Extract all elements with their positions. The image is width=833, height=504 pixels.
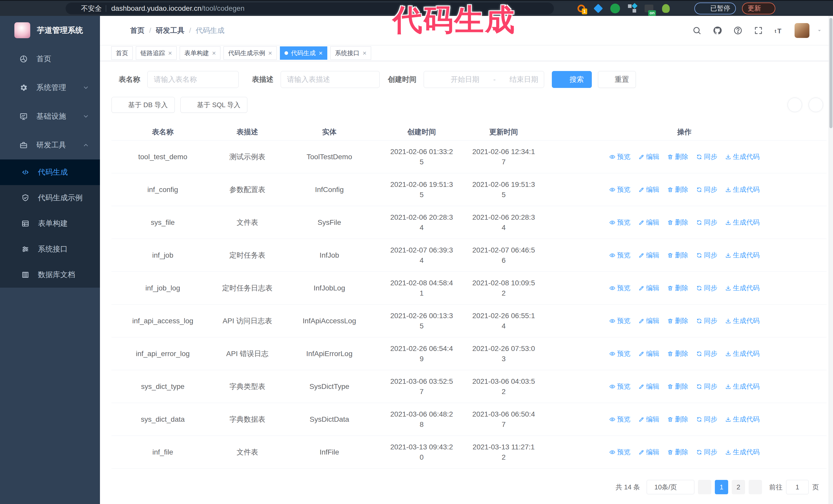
action-preview[interactable]: 预览 <box>609 185 630 194</box>
action-edit[interactable]: 编辑 <box>638 349 660 358</box>
action-sync[interactable]: 同步 <box>696 152 717 161</box>
close-icon[interactable]: × <box>168 50 172 56</box>
sidebar-subitem-form-build[interactable]: 表单构建 <box>0 211 100 236</box>
goto-page-input[interactable] <box>786 480 809 494</box>
action-delete[interactable]: 删除 <box>667 284 688 292</box>
tab-item-5[interactable]: 系统接口× <box>330 46 371 60</box>
close-icon[interactable]: × <box>363 50 366 56</box>
sidebar-item-home[interactable]: 首页 <box>0 45 100 73</box>
page-size-select[interactable]: 10条/页 <box>647 480 694 494</box>
action-delete[interactable]: 删除 <box>667 382 688 391</box>
action-sync[interactable]: 同步 <box>696 448 717 457</box>
browser-update-chip[interactable]: 更新 <box>742 3 775 14</box>
import-db-button[interactable]: 基于 DB 导入 <box>112 97 175 113</box>
action-generate-code[interactable]: 生成代码 <box>725 382 760 391</box>
action-generate-code[interactable]: 生成代码 <box>725 284 760 292</box>
next-page-button[interactable] <box>749 480 762 494</box>
action-preview[interactable]: 预览 <box>609 152 630 161</box>
table-name-input-field[interactable] <box>153 75 233 84</box>
hamburger-icon[interactable] <box>109 25 120 36</box>
browser-back-button[interactable] <box>4 3 15 14</box>
github-button[interactable] <box>713 26 722 35</box>
browser-home-button[interactable] <box>47 3 58 14</box>
action-preview[interactable]: 预览 <box>609 251 630 260</box>
action-edit[interactable]: 编辑 <box>638 448 660 457</box>
action-edit[interactable]: 编辑 <box>638 316 660 325</box>
prev-page-button[interactable] <box>698 480 711 494</box>
sidebar-subitem-system-api[interactable]: 系统接口 <box>0 236 100 262</box>
close-icon[interactable]: × <box>268 50 272 56</box>
extension-icon-diamond[interactable] <box>593 3 603 14</box>
browser-forward-button[interactable] <box>19 3 30 14</box>
bookmark-star-icon[interactable] <box>561 4 570 13</box>
tab-item-4[interactable]: 代码生成× <box>280 46 327 60</box>
tab-item-1[interactable]: 链路追踪× <box>136 46 176 60</box>
extension-icon-grid[interactable] <box>627 3 638 14</box>
action-delete[interactable]: 删除 <box>667 316 688 325</box>
action-edit[interactable]: 编辑 <box>638 185 660 194</box>
action-sync[interactable]: 同步 <box>696 185 717 194</box>
action-generate-code[interactable]: 生成代码 <box>725 415 760 424</box>
sidebar-subitem-codegen[interactable]: 代码生成 <box>0 160 100 185</box>
page-button-2[interactable]: 2 <box>732 480 745 494</box>
action-preview[interactable]: 预览 <box>609 284 630 292</box>
tab-item-2[interactable]: 表单构建× <box>180 46 220 60</box>
page-button-1[interactable]: 1 <box>715 480 728 494</box>
toggle-search-button[interactable] <box>788 98 802 112</box>
action-preview[interactable]: 预览 <box>609 382 630 391</box>
action-sync[interactable]: 同步 <box>696 284 717 292</box>
browser-reload-button[interactable] <box>33 3 44 14</box>
action-delete[interactable]: 删除 <box>667 185 688 194</box>
fullscreen-button[interactable] <box>754 26 763 35</box>
action-sync[interactable]: 同步 <box>696 415 717 424</box>
action-edit[interactable]: 编辑 <box>638 415 660 424</box>
action-preview[interactable]: 预览 <box>609 415 630 424</box>
action-generate-code[interactable]: 生成代码 <box>725 349 760 358</box>
sidebar-subitem-codegen-example[interactable]: 代码生成示例 <box>0 185 100 211</box>
avatar[interactable] <box>794 23 809 38</box>
breadcrumb-item-home[interactable]: 首页 <box>130 26 145 35</box>
action-delete[interactable]: 删除 <box>667 448 688 457</box>
action-sync[interactable]: 同步 <box>696 218 717 227</box>
close-icon[interactable]: × <box>212 50 216 56</box>
action-sync[interactable]: 同步 <box>696 316 717 325</box>
action-preview[interactable]: 预览 <box>609 316 630 325</box>
scrollbar-thumb[interactable] <box>829 18 832 128</box>
font-size-button[interactable]: tT <box>774 26 784 35</box>
action-edit[interactable]: 编辑 <box>638 152 660 161</box>
extension-icon-green-check[interactable] <box>610 3 620 14</box>
action-preview[interactable]: 预览 <box>609 448 630 457</box>
extension-icon-sprout[interactable] <box>661 3 671 14</box>
action-sync[interactable]: 同步 <box>696 382 717 391</box>
tab-item-0[interactable]: 首页 <box>111 46 133 60</box>
action-edit[interactable]: 编辑 <box>638 251 660 260</box>
import-sql-button[interactable]: 基于 SQL 导入 <box>181 97 247 113</box>
action-generate-code[interactable]: 生成代码 <box>725 448 760 457</box>
extension-icon-dark-on[interactable]: on <box>644 3 654 14</box>
breadcrumb-item-devtools[interactable]: 研发工具 <box>156 26 185 35</box>
action-generate-code[interactable]: 生成代码 <box>725 152 760 161</box>
action-preview[interactable]: 预览 <box>609 218 630 227</box>
extension-icon-orange[interactable]: 1 <box>576 3 587 14</box>
action-generate-code[interactable]: 生成代码 <box>725 218 760 227</box>
action-delete[interactable]: 删除 <box>667 415 688 424</box>
tab-item-3[interactable]: 代码生成示例× <box>223 46 277 60</box>
table-desc-input[interactable] <box>281 71 380 88</box>
action-generate-code[interactable]: 生成代码 <box>725 251 760 260</box>
extensions-puzzle-button[interactable] <box>677 3 688 14</box>
date-range-picker[interactable]: 开始日期 - 结束日期 <box>424 71 544 88</box>
table-name-input[interactable] <box>147 71 239 88</box>
search-button[interactable] <box>692 26 702 35</box>
search-button[interactable]: 搜索 <box>552 71 592 88</box>
action-edit[interactable]: 编辑 <box>638 382 660 391</box>
refresh-table-button[interactable] <box>809 98 823 112</box>
table-desc-input-field[interactable] <box>287 75 374 84</box>
action-sync[interactable]: 同步 <box>696 349 717 358</box>
sidebar-subitem-db-doc[interactable]: 数据库文档 <box>0 262 100 288</box>
action-edit[interactable]: 编辑 <box>638 284 660 292</box>
action-generate-code[interactable]: 生成代码 <box>725 185 760 194</box>
action-edit[interactable]: 编辑 <box>638 218 660 227</box>
sidebar-item-system[interactable]: 系统管理 <box>0 73 100 102</box>
action-delete[interactable]: 删除 <box>667 218 688 227</box>
sidebar-item-devtools[interactable]: 研发工具 <box>0 131 100 160</box>
